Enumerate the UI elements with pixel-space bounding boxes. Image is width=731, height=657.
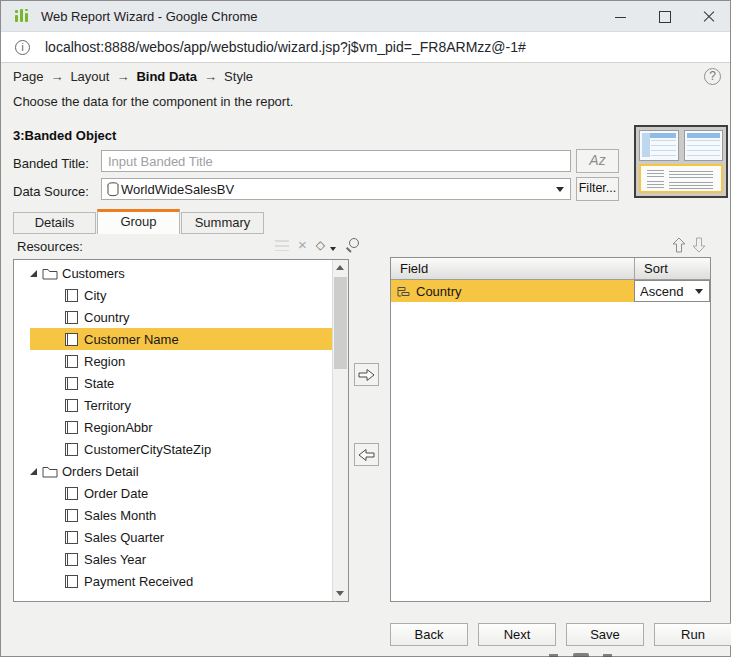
page-info-icon[interactable] (15, 40, 30, 55)
field-icon (65, 333, 78, 346)
filter-button[interactable]: Filter... (576, 177, 619, 201)
tree-item-label: Order Date (84, 486, 148, 501)
tree-item-label: Region (84, 354, 125, 369)
maximize-button[interactable] (642, 1, 686, 32)
tab-bar: DetailsGroupSummary (13, 209, 265, 234)
group-field-icon (396, 285, 411, 298)
breadcrumb-arrow-icon: → (116, 69, 129, 84)
tree-field[interactable]: Payment Received (30, 570, 332, 592)
tab-summary[interactable]: Summary (181, 212, 264, 234)
tree-item-label: Customer Name (84, 332, 179, 347)
field-icon (65, 575, 78, 588)
url-text[interactable]: localhost:8888/webos/app/webstudio/wizar… (45, 39, 526, 55)
breadcrumb-step[interactable]: Bind Data (136, 69, 197, 84)
tree-item-label: Territory (84, 398, 131, 413)
field-icon (65, 399, 78, 412)
remove-field-button[interactable] (354, 443, 379, 466)
layout-option-banded-object-selected[interactable] (639, 164, 723, 193)
footer-buttons: BackNextSaveRun (390, 623, 731, 646)
resource-tree: CustomersCityCountryCustomer NameRegionS… (14, 260, 332, 601)
group-table-header: Field Sort (391, 258, 710, 280)
move-up-button[interactable] (672, 237, 686, 257)
layout-thumbnail-panel (634, 125, 728, 198)
window-controls (598, 1, 730, 32)
tree-folder[interactable]: Orders Detail (30, 460, 332, 482)
data-source-select[interactable]: WorldWideSalesBV (101, 178, 571, 200)
expand-collapse-icon[interactable] (30, 270, 37, 277)
swap-icon[interactable] (316, 238, 325, 252)
field-icon (65, 553, 78, 566)
wizard-description: Choose the data for the component in the… (13, 94, 293, 109)
browser-window: Web Report Wizard - Google Chrome localh… (0, 0, 731, 657)
tree-field[interactable]: Order Date (30, 482, 332, 504)
tree-field[interactable]: Region (30, 350, 332, 372)
field-cell[interactable]: Country (391, 280, 634, 302)
app-icon (14, 8, 30, 24)
tree-field[interactable]: State (30, 372, 332, 394)
help-button[interactable] (704, 68, 721, 85)
tree-item-label: Sales Year (84, 552, 146, 567)
tree-field[interactable]: Sales Quarter (30, 526, 332, 548)
tree-field[interactable]: Country (30, 306, 332, 328)
breadcrumb-step[interactable]: Page (13, 69, 43, 84)
sort-order-value: Ascend (640, 284, 683, 299)
tree-item-label: Payment Received (84, 574, 193, 589)
move-down-button[interactable] (692, 237, 706, 257)
banded-title-input[interactable] (101, 150, 571, 172)
field-icon (65, 289, 78, 302)
save-button[interactable]: Save (566, 623, 644, 646)
breadcrumb-step[interactable]: Layout (70, 69, 109, 84)
font-style-button[interactable]: Az (576, 149, 619, 173)
close-button[interactable] (686, 1, 730, 32)
add-field-button[interactable] (354, 363, 379, 386)
field-icon (65, 355, 78, 368)
swap-caret-icon (330, 247, 336, 251)
tree-folder[interactable]: Customers (30, 262, 332, 284)
layout-option-table[interactable] (684, 130, 724, 161)
scrollbar-thumb[interactable] (334, 277, 347, 369)
next-button[interactable]: Next (478, 623, 556, 646)
back-button[interactable]: Back (390, 623, 468, 646)
tree-field[interactable]: Sales Year (30, 548, 332, 570)
group-fields-panel: Field Sort CountryAscend (390, 257, 711, 602)
tree-field[interactable]: RegionAbbr (30, 416, 332, 438)
search-icon[interactable] (345, 238, 360, 253)
tree-scrollbar[interactable] (332, 260, 348, 601)
caret-down-icon (695, 289, 703, 294)
sort-order-select[interactable]: Ascend (634, 280, 710, 302)
tree-item-label: CustomerCityStateZip (84, 442, 211, 457)
group-table-row[interactable]: CountryAscend (391, 280, 710, 302)
tab-group[interactable]: Group (97, 209, 180, 234)
breadcrumb-step[interactable]: Style (224, 69, 253, 84)
field-column-header: Field (391, 258, 634, 279)
field-icon (65, 311, 78, 324)
tree-item-label: Orders Detail (62, 464, 139, 479)
delete-icon[interactable] (298, 238, 307, 252)
address-bar[interactable]: localhost:8888/webos/app/webstudio/wizar… (1, 32, 730, 63)
layout-option-table-with-row-header[interactable] (639, 130, 679, 161)
minimize-button[interactable] (598, 1, 642, 32)
tree-item-label: Country (84, 310, 130, 325)
folder-icon (42, 464, 58, 478)
dropdown-arrow-icon[interactable] (550, 187, 570, 192)
tree-item-label: RegionAbbr (84, 420, 153, 435)
tree-field[interactable]: City (30, 284, 332, 306)
resources-label: Resources: (17, 239, 83, 254)
tree-field[interactable]: Customer Name (30, 328, 332, 350)
tree-item-label: Sales Quarter (84, 530, 164, 545)
tree-field[interactable]: Sales Month (30, 504, 332, 526)
tree-field[interactable]: Territory (30, 394, 332, 416)
field-icon (65, 377, 78, 390)
arrow-left-icon (358, 448, 375, 462)
database-icon (107, 182, 119, 197)
expand-collapse-icon[interactable] (30, 468, 37, 475)
tree-item-label: Sales Month (84, 508, 156, 523)
tab-details[interactable]: Details (13, 212, 96, 234)
banded-title-label: Banded Title: (13, 156, 89, 171)
scroll-down-icon[interactable] (333, 585, 348, 601)
run-button[interactable]: Run (654, 623, 731, 646)
scroll-up-icon[interactable] (333, 260, 348, 276)
tree-field[interactable]: CustomerCityStateZip (30, 438, 332, 460)
field-icon (65, 421, 78, 434)
field-icon (65, 487, 78, 500)
